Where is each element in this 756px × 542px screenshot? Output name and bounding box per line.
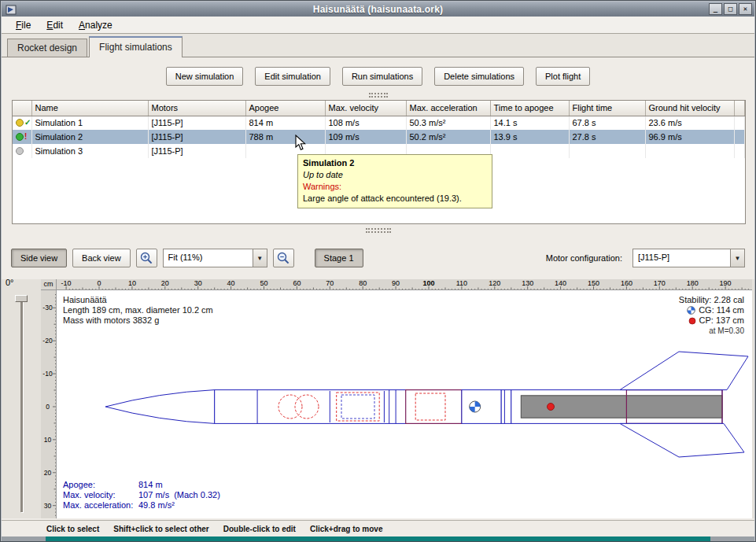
svg-text:60: 60 xyxy=(293,279,301,287)
simulation-toolbar: New simulation Edit simulation Run simul… xyxy=(1,67,755,87)
chevron-down-icon[interactable]: ▼ xyxy=(730,249,744,267)
window-icon xyxy=(6,4,17,14)
edit-simulation-button[interactable]: Edit simulation xyxy=(255,67,330,86)
rotation-slider[interactable] xyxy=(20,298,23,512)
svg-text:100: 100 xyxy=(422,279,434,287)
status-mark: ! xyxy=(24,133,27,141)
svg-text:20: 20 xyxy=(161,279,169,287)
col-time-to-apogee[interactable]: Time to apogee xyxy=(490,101,569,116)
svg-text:-10: -10 xyxy=(42,370,53,378)
col-motors[interactable]: Motors xyxy=(148,101,245,116)
new-simulation-button[interactable]: New simulation xyxy=(166,67,244,86)
fin-upper[interactable] xyxy=(620,352,748,390)
stage-1-toggle[interactable]: Stage 1 xyxy=(315,249,363,267)
zoom-level-select[interactable]: Fit (11%) ▼ xyxy=(163,249,267,267)
rocket-canvas[interactable]: Haisunäätä Length 189 cm, max. diameter … xyxy=(57,290,752,518)
electronics-bay[interactable] xyxy=(406,390,462,424)
titlebar[interactable]: Haisunäätä (haisunaata.ork) _ □ ✕ xyxy=(2,2,754,17)
zoom-out-icon xyxy=(276,251,290,265)
tab-flight-simulations[interactable]: Flight simulations xyxy=(89,36,183,57)
svg-text:110: 110 xyxy=(456,279,467,287)
simulation-tooltip: Simulation 2 Up to date Warnings: Large … xyxy=(297,154,492,208)
body-tube[interactable] xyxy=(462,390,501,424)
view-toolbar: Side view Back view Fit (11%) ▼ Stage 1 … xyxy=(2,246,754,270)
max-acceleration-label: Max. acceleration: xyxy=(63,500,138,511)
motor-configuration-select[interactable]: [J115-P] ▼ xyxy=(632,249,745,267)
rocket-info: Haisunäätä Length 189 cm, max. diameter … xyxy=(63,295,213,326)
menu-edit[interactable]: Edit xyxy=(40,18,69,32)
svg-text:-20: -20 xyxy=(42,337,53,345)
tab-strip: Rocket design Flight simulations xyxy=(2,34,754,57)
maximize-button[interactable]: □ xyxy=(724,3,737,15)
svg-text:40: 40 xyxy=(227,279,235,287)
mach-value: (Mach 0.32) xyxy=(174,490,220,500)
side-view-button[interactable]: Side view xyxy=(11,249,67,267)
svg-text:-30: -30 xyxy=(42,304,53,312)
svg-text:90: 90 xyxy=(392,279,400,287)
apogee-value: 814 m xyxy=(138,480,163,489)
col-ground-hit-velocity[interactable]: Ground hit velocity xyxy=(645,101,734,116)
divider-handle-top[interactable] xyxy=(369,93,388,98)
rocket-mass: Mass with motors 3832 g xyxy=(63,315,213,326)
col-apogee[interactable]: Apogee xyxy=(245,101,325,116)
table-header-row: Name Motors Apogee Max. velocity Max. ac… xyxy=(13,101,745,116)
cg-marker xyxy=(470,401,481,412)
back-view-button[interactable]: Back view xyxy=(72,249,131,267)
window-title: Haisunäätä (haisunaata.ork) xyxy=(2,4,754,15)
zoom-in-icon xyxy=(139,251,153,265)
status-bar: Click to select Shift+click to select ot… xyxy=(2,520,754,536)
col-status[interactable] xyxy=(13,101,31,116)
svg-text:50: 50 xyxy=(260,279,267,287)
plot-flight-button[interactable]: Plot flight xyxy=(536,67,590,86)
svg-text:180: 180 xyxy=(687,279,699,287)
minimize-button[interactable]: _ xyxy=(709,3,722,15)
table-row-simulation-1[interactable]: ✓ Simulation 1 [J115-P] 814 m 108 m/s 50… xyxy=(13,116,745,130)
menu-file[interactable]: File xyxy=(9,18,37,32)
menu-analyze[interactable]: Analyze xyxy=(72,18,119,32)
svg-text:0: 0 xyxy=(97,279,101,287)
nose-cone[interactable] xyxy=(105,390,215,424)
col-name[interactable]: Name xyxy=(31,101,148,116)
svg-text:150: 150 xyxy=(588,279,599,287)
delete-simulations-button[interactable]: Delete simulations xyxy=(434,67,524,86)
coupler[interactable] xyxy=(501,390,511,424)
cg-value: CG: 114 cm xyxy=(699,305,744,315)
split-pane-handle[interactable] xyxy=(366,228,391,233)
zoom-in-button[interactable] xyxy=(136,249,157,267)
tab-rocket-design[interactable]: Rocket design xyxy=(7,39,87,57)
ruler-unit: cm xyxy=(41,279,57,290)
zoom-out-button[interactable] xyxy=(273,249,294,267)
hint-click-select: Click to select xyxy=(46,525,99,533)
status-ball-outdated xyxy=(16,119,24,127)
tooltip-state: Up to date xyxy=(303,169,487,181)
close-button[interactable]: ✕ xyxy=(739,3,752,15)
svg-text:170: 170 xyxy=(654,279,666,287)
rocket-view-region: 0° cm -100102030405060708090100110120130… xyxy=(2,279,754,518)
chevron-down-icon[interactable]: ▼ xyxy=(253,249,267,267)
app-window: Haisunäätä (haisunaata.ork) _ □ ✕ File E… xyxy=(0,0,756,542)
rocket-name: Haisunäätä xyxy=(63,295,213,305)
svg-text:160: 160 xyxy=(621,279,632,287)
svg-text:30: 30 xyxy=(194,279,202,287)
col-max-velocity[interactable]: Max. velocity xyxy=(325,101,406,116)
rotation-slider-thumb[interactable] xyxy=(15,295,28,302)
max-acceleration-value: 49.8 m/s² xyxy=(138,500,175,510)
hint-double-click: Double-click to edit xyxy=(223,525,296,533)
cp-icon xyxy=(688,317,696,325)
svg-text:0: 0 xyxy=(46,403,50,411)
fin-lower[interactable] xyxy=(620,423,744,457)
hint-drag: Click+drag to move xyxy=(310,525,383,533)
col-flight-time[interactable]: Flight time xyxy=(569,101,645,116)
table-row-simulation-2[interactable]: ! Simulation 2 [J115-P] 788 m 109 m/s 50… xyxy=(13,130,745,144)
svg-text:10: 10 xyxy=(128,279,136,287)
col-max-acceleration[interactable]: Max. acceleration xyxy=(406,101,490,116)
menubar: File Edit Analyze xyxy=(2,17,754,34)
tooltip-warning-text: Large angle of attack encountered (19.3)… xyxy=(303,193,487,205)
max-velocity-label: Max. velocity: xyxy=(63,490,138,500)
vertical-ruler: -30-20-100102030 xyxy=(41,290,57,518)
run-simulations-button[interactable]: Run simulations xyxy=(342,67,422,86)
svg-text:120: 120 xyxy=(489,279,500,287)
col-filler xyxy=(734,101,745,116)
motor-configuration-value: [J115-P] xyxy=(633,249,730,267)
mach-condition: at M=0.30 xyxy=(679,326,744,336)
